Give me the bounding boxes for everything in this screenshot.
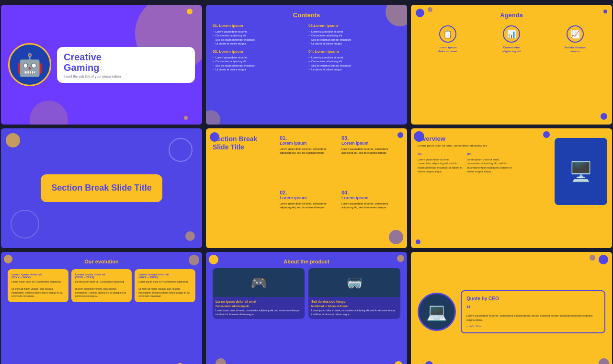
slide2-s1-item1: Lorem ipsum dolor sit amet xyxy=(213,30,305,34)
slide2-s2-item4: Ut labore et dolore magna xyxy=(213,68,305,71)
slide5-text-2: Lorem ipsum dolor sit amet, consectetur … xyxy=(280,202,339,210)
slide3-icon-2: 📊 xyxy=(503,25,520,43)
slide2-s3-heading: 03.Lorem ipsum xyxy=(308,23,400,28)
slide9-author: – John Doe xyxy=(466,325,600,328)
slide2-content-grid: 01. Lorem ipsum Lorem ipsum dolor sit am… xyxy=(213,23,400,71)
slide1-image: 🤖 xyxy=(8,43,51,86)
slide-6[interactable]: 🖥️ Overview Lorem ipsum dolor sit amet, … xyxy=(411,128,612,248)
slide5-section-3: 03. Lorem ipsum Lorem ipsum dolor sit am… xyxy=(341,135,400,187)
slide8-product-grid: 🎮 Lorem ipsum dolor sit amet Consectetur… xyxy=(213,268,400,319)
slide-4[interactable]: Section Break Slide Title xyxy=(1,128,202,248)
slide8-product2-img: 🥽 xyxy=(308,268,400,297)
slide2-section-1: 01. Lorem ipsum Lorem ipsum dolor sit am… xyxy=(213,23,305,46)
slide8-product1-info: Lorem ipsum dolor sit amet Consectetur a… xyxy=(213,297,305,319)
slide7-card-1: Lorem ipsum dolor sit(20XX – 20XX) Lorem… xyxy=(8,269,68,302)
slide3-agenda-item-3: 📈 Sed do eiusmodtempor xyxy=(545,25,605,54)
slide5-heading-4: Lorem ipsum xyxy=(341,195,400,200)
deco-circle-15 xyxy=(543,131,550,138)
slide6-grid: 01. Lorem ipsum dolor sit amet, consecte… xyxy=(418,152,513,173)
slide8-product1-img: 🎮 xyxy=(213,268,305,297)
slide8-product-1: 🎮 Lorem ipsum dolor sit amet Consectetur… xyxy=(213,268,305,319)
slide9-quotebox: Quote by CEO " Lorem ipsum dolor sit ame… xyxy=(461,290,605,333)
slide-3[interactable]: Agenda 📋 Lorem ipsumdolor sit amet 📊 Con… xyxy=(411,5,612,125)
slide9-title: Quote by CEO xyxy=(466,296,600,301)
deco-ring-1 xyxy=(169,138,193,162)
slide5-section-2: 02. Lorem ipsum Lorem ipsum dolor sit am… xyxy=(280,190,339,241)
slide2-section-3: 03.Lorem ipsum Lorem ipsum dolor sit ame… xyxy=(308,23,400,46)
deco-circle-16 xyxy=(416,239,420,244)
slide5-title: Section BreakSlide Title xyxy=(213,135,275,151)
slide8-product1-text: Lorem ipsum dolor sit amet, consectetur … xyxy=(216,309,302,316)
slide3-icon-1: 📋 xyxy=(439,25,456,43)
slide5-text-3: Lorem ipsum dolor sit amet, consectetur … xyxy=(341,147,400,155)
slide9-photo: 💻 xyxy=(418,293,456,331)
slide3-agenda-item-1: 📋 Lorem ipsumdolor sit amet xyxy=(418,25,477,54)
slide5-num-2: 02. xyxy=(280,190,339,195)
deco-circle-18 xyxy=(189,255,199,265)
deco-circle-25 xyxy=(590,255,595,261)
slide7-card1-text: Lorem ipsum dolor sit / Consectetur adip… xyxy=(11,280,65,298)
slide2-s2-item2: Consectetur adipiscing elit xyxy=(213,59,305,63)
slide6-text-2: Lorem ipsum dolor sit amet, consectetur … xyxy=(467,158,513,173)
slide2-s4-item3: Sed do eiusmod tempor incididunt xyxy=(308,64,400,68)
slide5-section-1: 01. Lorem ipsum Lorem ipsum dolor sit am… xyxy=(280,135,339,187)
slide2-s3-item1: Lorem ipsum dolor sit amet xyxy=(308,30,400,34)
deco-circle-13 xyxy=(397,132,403,138)
slide3-agenda-label-1: Lorem ipsumdolor sit amet xyxy=(418,46,477,54)
slide1-subtitle: Insert the sub title of your presentatio… xyxy=(64,75,188,78)
slide-7[interactable]: Our evolution Lorem ipsum dolor sit(20XX… xyxy=(1,252,202,364)
slide5-left: Section BreakSlide Title xyxy=(213,135,275,241)
slide6-num-1: 01. xyxy=(418,152,464,156)
slide1-title-line1: Creative xyxy=(64,52,102,62)
slide7-cards: Lorem ipsum dolor sit(20XX – 20XX) Lorem… xyxy=(8,269,195,302)
deco-circle-8 xyxy=(603,10,607,13)
deco-circle-6 xyxy=(428,7,432,12)
slide2-section-2: 02. Lorem ipsum Lorem ipsum dolor sit am… xyxy=(213,49,305,71)
slide7-card-2: Lorem ipsum dolor sit(20XX – 20XX) Lorem… xyxy=(71,269,132,302)
slide-5[interactable]: Section BreakSlide Title 01. Lorem ipsum… xyxy=(206,128,407,248)
slide2-s3-item2: Consectetur adipiscing elit xyxy=(308,34,400,37)
deco-ring-2 xyxy=(11,210,39,239)
slide8-product2-subheading: Incididunt ut labore et dolore xyxy=(311,304,397,308)
slide-1[interactable]: 🤖 Creative Gaming Insert the sub title o… xyxy=(1,5,202,125)
slide1-title-line2: Gaming xyxy=(64,62,99,73)
deco-circle-20 xyxy=(209,255,218,264)
slide5-num-4: 04. xyxy=(341,190,400,195)
slide2-s3-item3: Sed do eiusmod tempor incididunt xyxy=(308,38,400,42)
slide3-agenda-label-3: Sed do eiusmodtempor xyxy=(545,46,605,54)
slide5-text-4: Lorem ipsum dolor sit amet, consectetur … xyxy=(341,202,400,210)
slide2-s2-item1: Lorem ipsum dolor sit amet xyxy=(213,56,305,59)
slide2-s1-item4: Ut labore et dolore magna xyxy=(213,42,305,46)
slide8-product2-info: Sed do eiusmod tempor Incididunt ut labo… xyxy=(308,297,400,319)
slide7-title: Our evolution xyxy=(8,259,195,264)
deco-circle-21 xyxy=(397,255,404,262)
slide5-num-3: 03. xyxy=(341,135,400,141)
slide4-textbox: Section Break Slide Title xyxy=(41,174,162,202)
deco-circle-27 xyxy=(599,358,609,364)
deco-circle-2 xyxy=(184,116,188,120)
slide6-num-2: 02. xyxy=(467,152,513,156)
slide7-card-3: Lorem ipsum dolor sit(20XX – 20XX) Lorem… xyxy=(135,269,195,302)
slide5-num-1: 01. xyxy=(280,135,339,141)
slide2-s3-item4: Ut labore et dolore magna xyxy=(308,42,400,46)
slide1-textbox: Creative Gaming Insert the sub title of … xyxy=(57,47,195,83)
slide2-s4-item1: Lorem ipsum dolor sit amet xyxy=(308,56,400,59)
slide7-card2-heading: Lorem ipsum dolor sit(20XX – 20XX) xyxy=(75,273,128,279)
deco-circle-17 xyxy=(4,255,12,263)
deco-circle-9 xyxy=(6,133,20,148)
slide2-title: Contents xyxy=(213,11,400,19)
slide-2[interactable]: Contents 01. Lorem ipsum Lorem ipsum dol… xyxy=(206,5,407,125)
deco-circle-24 xyxy=(599,255,608,264)
slide-9[interactable]: 💻 Quote by CEO " Lorem ipsum dolor sit a… xyxy=(411,252,612,364)
deco-circle-23 xyxy=(395,361,402,364)
slide5-right: 01. Lorem ipsum Lorem ipsum dolor sit am… xyxy=(280,135,400,241)
slide5-heading-3: Lorem ipsum xyxy=(341,141,400,146)
slide-8[interactable]: About the product 🎮 Lorem ipsum dolor si… xyxy=(206,252,407,364)
slide2-s2-item3: Sed do eiusmod tempor incididunt xyxy=(213,64,305,68)
slide6-item-1: 01. Lorem ipsum dolor sit amet, consecte… xyxy=(418,152,464,173)
deco-circle-22 xyxy=(216,358,226,364)
slides-grid: 🤖 Creative Gaming Insert the sub title o… xyxy=(1,5,612,364)
slide4-title: Section Break Slide Title xyxy=(51,183,152,193)
slide8-product2-text: Lorem ipsum dolor sit amet, consectetur … xyxy=(311,309,397,316)
slide8-product-2: 🥽 Sed do eiusmod tempor Incididunt ut la… xyxy=(308,268,400,319)
